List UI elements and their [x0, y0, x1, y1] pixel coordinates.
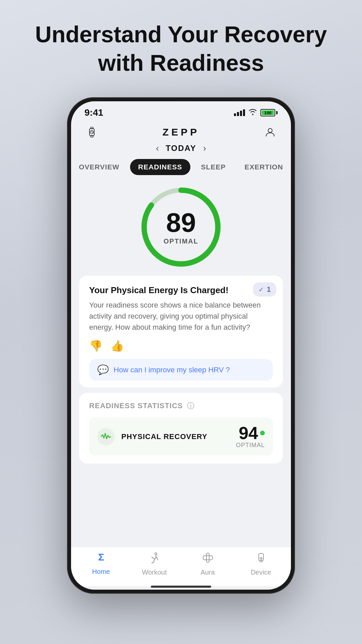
phone-screen: 9:41 100 [71, 101, 291, 590]
device-icon [255, 552, 267, 567]
svg-rect-19 [203, 556, 213, 560]
home-indicator [71, 586, 291, 590]
nav-home-label: Home [92, 568, 110, 576]
svg-line-23 [261, 558, 262, 559]
status-bar: 9:41 100 [71, 101, 291, 121]
thumbs-up-icon[interactable]: 👍 [111, 339, 124, 352]
home-icon: Σ [95, 552, 107, 566]
svg-rect-1 [90, 127, 93, 129]
insight-title: Your Physical Energy Is Charged! [89, 285, 273, 296]
stats-card: READINESS STATISTICS ⓘ PHYSICAL RECOVERY… [79, 393, 283, 464]
tabs-bar: OVERVIEW READINESS SLEEP EXERTION [71, 156, 291, 178]
app-logo: ZΕPP [163, 126, 199, 138]
date-nav: ‹ TODAY › [71, 140, 291, 156]
stats-header: READINESS STATISTICS ⓘ [89, 401, 273, 411]
nav-device[interactable]: Device [234, 552, 288, 576]
svg-line-13 [155, 557, 157, 559]
chat-prompt: How can I improve my sleep HRV ? [114, 366, 230, 374]
signal-icon [234, 109, 245, 116]
readiness-score: 89 [166, 209, 196, 236]
svg-line-14 [154, 559, 155, 562]
badge-check-icon: ✓ [258, 285, 264, 293]
status-icons: 100 [234, 108, 278, 117]
watch-icon[interactable] [84, 125, 99, 140]
green-dot-icon [260, 431, 265, 435]
content-scroll: ✓ 1 Your Physical Energy Is Charged! You… [71, 272, 291, 547]
wifi-icon [248, 108, 257, 117]
physical-recovery-status: OPTIMAL [236, 442, 265, 449]
battery-icon: 100 [260, 109, 278, 116]
next-date-button[interactable]: › [203, 143, 206, 154]
insight-badge: ✓ 1 [253, 282, 276, 297]
insight-card: ✓ 1 Your Physical Energy Is Charged! You… [79, 276, 283, 387]
home-indicator-bar [151, 586, 211, 588]
info-icon[interactable]: ⓘ [187, 401, 194, 411]
svg-rect-18 [206, 553, 209, 562]
svg-line-15 [152, 562, 154, 563]
app-header: ZΕPP [71, 121, 291, 140]
feedback-icons: 👎 👍 [89, 339, 273, 352]
bottom-nav: Σ Home Worko [71, 547, 291, 586]
status-time: 9:41 [84, 107, 103, 118]
nav-device-label: Device [251, 569, 271, 576]
nav-home[interactable]: Σ Home [74, 552, 128, 576]
aura-icon [202, 552, 214, 567]
svg-line-5 [92, 132, 93, 133]
nav-workout[interactable]: Workout [128, 552, 181, 576]
workout-icon [148, 552, 161, 567]
nav-workout-label: Workout [142, 569, 167, 576]
thumbs-down-icon[interactable]: 👎 [89, 339, 103, 352]
phone-frame: 9:41 100 [67, 97, 295, 594]
physical-recovery-label: PHYSICAL RECOVERY [121, 432, 236, 441]
physical-recovery-value-wrap: 94 OPTIMAL [236, 424, 265, 449]
readiness-circle: 89 OPTIMAL [71, 178, 291, 272]
tab-overview[interactable]: OVERVIEW [71, 159, 127, 175]
svg-line-12 [152, 557, 155, 559]
insight-body: Your readiness score shows a nice balanc… [89, 300, 273, 333]
prev-date-button[interactable]: ‹ [156, 143, 159, 154]
readiness-score-display: 89 OPTIMAL [164, 209, 198, 245]
readiness-status: OPTIMAL [164, 237, 198, 245]
chat-icon: 💬 [97, 364, 109, 375]
svg-rect-2 [90, 136, 93, 137]
stats-title: READINESS STATISTICS [89, 401, 183, 410]
tab-readiness[interactable]: READINESS [130, 159, 190, 175]
stat-row-physical-recovery[interactable]: PHYSICAL RECOVERY 94 OPTIMAL [89, 418, 273, 455]
date-label: TODAY [166, 144, 196, 153]
physical-recovery-icon [97, 428, 115, 445]
tab-sleep[interactable]: SLEEP [193, 159, 234, 175]
svg-text:Σ: Σ [98, 552, 104, 562]
nav-aura[interactable]: Aura [181, 552, 234, 576]
page-title: Understand Your Recovery with Readiness [35, 20, 327, 77]
tab-exertion[interactable]: EXERTION [236, 159, 291, 175]
svg-point-6 [268, 128, 272, 132]
badge-count: 1 [267, 285, 271, 294]
physical-recovery-value: 94 [239, 424, 258, 442]
profile-icon[interactable] [263, 125, 278, 140]
svg-line-16 [157, 557, 158, 560]
ai-chat-button[interactable]: 💬 How can I improve my sleep HRV ? [89, 359, 273, 381]
nav-aura-label: Aura [200, 569, 215, 576]
